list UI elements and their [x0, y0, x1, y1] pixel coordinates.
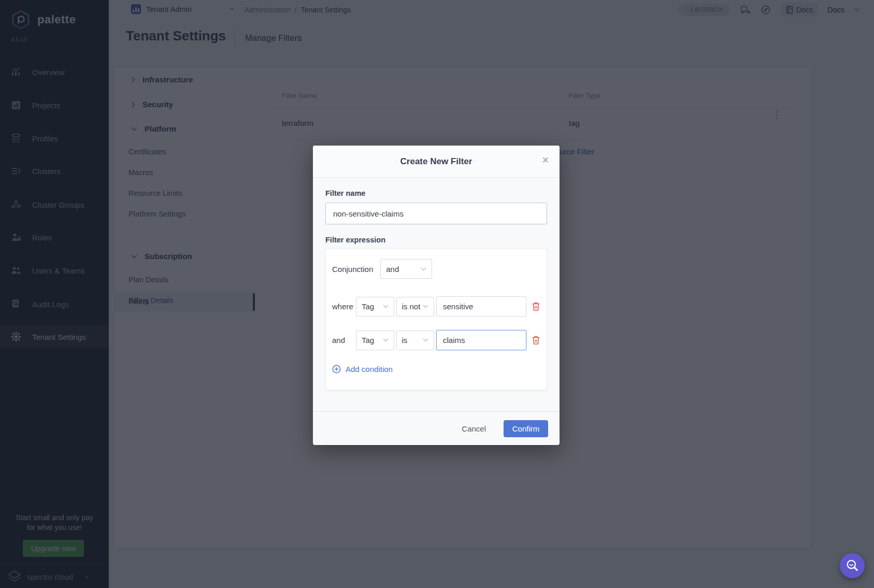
condition-row: where Tag is not: [332, 296, 540, 317]
condition-row: and Tag is: [332, 330, 540, 350]
search-fab-button[interactable]: [840, 553, 865, 578]
conjunction-select[interactable]: and: [380, 259, 432, 279]
close-icon[interactable]: ✕: [542, 156, 549, 165]
chevron-down-icon: [383, 305, 389, 308]
filter-expression-label: Filter expression: [325, 236, 547, 244]
condition-field-select[interactable]: Tag: [356, 331, 394, 350]
chevron-down-icon: [383, 338, 389, 342]
modal-title: Create New Filter: [400, 156, 472, 167]
chevron-down-icon: [421, 267, 426, 271]
application-window: palette 4.5.10 Overview Projects Profile…: [0, 0, 874, 588]
operator-value: is not: [402, 302, 421, 311]
delete-condition-trash-icon[interactable]: [532, 302, 540, 311]
search-smile-icon: [843, 557, 861, 575]
modal-header: Create New Filter ✕: [313, 146, 560, 178]
condition-field-select[interactable]: Tag: [356, 297, 394, 317]
condition-value-input[interactable]: [436, 296, 526, 317]
field-value: Tag: [362, 302, 374, 311]
confirm-button[interactable]: Confirm: [504, 420, 548, 437]
condition-prefix: where: [332, 302, 356, 311]
chevron-down-icon: [423, 305, 428, 308]
create-new-filter-modal: Create New Filter ✕ Filter name Filter e…: [313, 146, 560, 445]
conjunction-label: Conjunction: [332, 265, 373, 274]
condition-value-input-focused[interactable]: [436, 330, 526, 350]
condition-operator-select[interactable]: is: [396, 331, 435, 350]
conjunction-row: Conjunction and: [332, 259, 540, 279]
add-condition-link[interactable]: Add condition: [332, 365, 540, 374]
delete-condition-trash-icon[interactable]: [532, 335, 540, 345]
operator-value: is: [402, 336, 408, 345]
conjunction-value: and: [386, 265, 399, 274]
modal-body: Filter name Filter expression Conjunctio…: [313, 178, 560, 390]
condition-prefix: and: [332, 336, 356, 345]
filter-name-label: Filter name: [325, 189, 547, 197]
cancel-button[interactable]: Cancel: [459, 424, 489, 434]
modal-footer: Cancel Confirm: [313, 411, 560, 445]
field-value: Tag: [362, 336, 374, 345]
add-condition-label: Add condition: [346, 365, 393, 374]
chevron-down-icon: [423, 338, 428, 342]
condition-operator-select[interactable]: is not: [396, 297, 435, 317]
plus-circle-icon: [332, 365, 341, 374]
filter-name-input[interactable]: [325, 203, 547, 224]
filter-expression-panel: Conjunction and where Tag is not: [325, 248, 547, 390]
